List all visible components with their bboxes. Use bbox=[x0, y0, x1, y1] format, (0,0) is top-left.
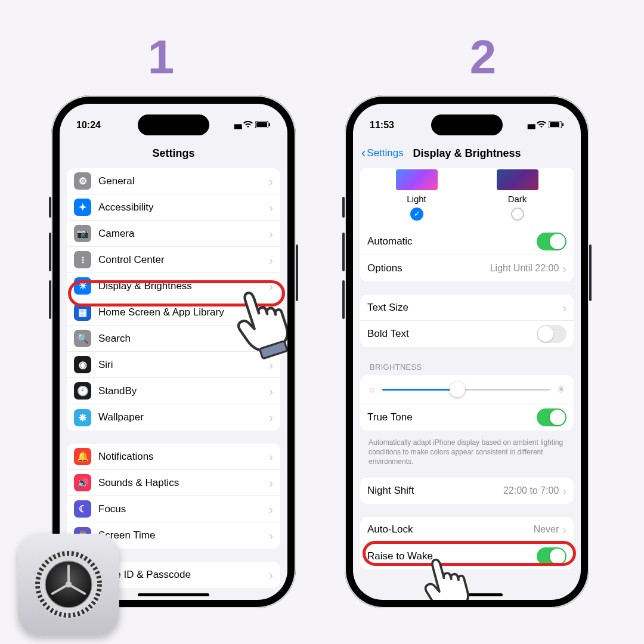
raise-to-wake-toggle[interactable] bbox=[537, 547, 566, 565]
row-notifications[interactable]: 🔔Notifications› bbox=[67, 444, 280, 470]
row-label: Sounds & Haptics bbox=[98, 477, 269, 489]
appearance-light[interactable]: Light bbox=[396, 169, 438, 222]
chevron-right-icon: › bbox=[269, 202, 273, 213]
status-icons bbox=[527, 120, 564, 130]
back-label: Settings bbox=[367, 147, 403, 159]
chevron-right-icon: › bbox=[269, 411, 273, 423]
row-sounds[interactable]: 🔊Sounds & Haptics› bbox=[67, 470, 280, 496]
home-indicator[interactable] bbox=[138, 593, 209, 596]
brightness-header: BRIGHTNESS bbox=[360, 360, 574, 375]
chevron-right-icon: › bbox=[269, 451, 273, 463]
search-icon: 🔍 bbox=[74, 330, 91, 347]
step-2-number: 2 bbox=[470, 30, 497, 85]
battery-icon bbox=[255, 120, 271, 130]
page-title: Display & Brightness bbox=[413, 147, 521, 160]
text-size-label: Text Size bbox=[367, 302, 562, 314]
row-label: Face ID & Passcode bbox=[98, 569, 269, 581]
chevron-right-icon: › bbox=[269, 175, 273, 187]
row-label: General bbox=[98, 175, 269, 187]
row-wallpaper[interactable]: ❋Wallpaper› bbox=[67, 404, 280, 431]
brightness-icon: ☀ bbox=[74, 277, 91, 295]
sounds-icon: 🔊 bbox=[74, 474, 91, 491]
night-shift-group: Night Shift 22:00 to 7:00 › bbox=[360, 478, 574, 504]
automatic-row[interactable]: Automatic bbox=[360, 228, 574, 255]
row-camera[interactable]: 📷Camera› bbox=[67, 221, 280, 247]
dark-radio[interactable] bbox=[511, 208, 524, 221]
status-icons bbox=[234, 120, 271, 130]
row-accessibility[interactable]: ✦Accessibility› bbox=[67, 194, 280, 221]
screen-1: 10:24 Settings ⚙General›✦Accessibility›📷… bbox=[60, 104, 287, 600]
bold-text-row[interactable]: Bold Text bbox=[360, 321, 574, 347]
svg-rect-5 bbox=[550, 122, 559, 127]
notifications-icon: 🔔 bbox=[74, 448, 91, 465]
focus-icon: ☾ bbox=[74, 500, 91, 518]
bold-text-toggle[interactable] bbox=[537, 325, 566, 343]
nav-header: ‹ Settings Display & Brightness bbox=[353, 138, 581, 168]
signal-icon bbox=[527, 120, 534, 130]
siri-icon: ◉ bbox=[74, 356, 91, 373]
light-radio[interactable] bbox=[410, 208, 423, 221]
row-label: Notifications bbox=[98, 451, 269, 463]
chevron-right-icon: › bbox=[269, 503, 273, 515]
battery-icon bbox=[549, 120, 564, 130]
iphone-frame-2: 11:53 ‹ Settings Display & Brightness bbox=[345, 95, 589, 608]
hand-cursor-1 bbox=[227, 284, 287, 362]
dynamic-island bbox=[138, 114, 209, 135]
row-standby[interactable]: 🕘StandBy› bbox=[67, 378, 280, 404]
automatic-toggle[interactable] bbox=[537, 233, 566, 250]
svg-rect-2 bbox=[269, 123, 270, 126]
display-brightness-content[interactable]: Light Dark Automatic Options Light Unti bbox=[353, 168, 581, 600]
night-shift-detail: 22:00 to 7:00 bbox=[503, 485, 559, 496]
night-shift-row[interactable]: Night Shift 22:00 to 7:00 › bbox=[360, 478, 574, 504]
options-label: Options bbox=[367, 262, 490, 274]
row-label: Focus bbox=[98, 503, 269, 515]
true-tone-toggle[interactable] bbox=[537, 408, 566, 426]
options-row[interactable]: Options Light Until 22:00 › bbox=[360, 255, 574, 281]
row-label: StandBy bbox=[98, 385, 269, 397]
svg-point-15 bbox=[66, 581, 72, 587]
status-time: 10:24 bbox=[76, 120, 101, 131]
chevron-right-icon: › bbox=[269, 569, 273, 581]
step-numbers: 1 2 bbox=[0, 30, 644, 85]
wifi-icon bbox=[537, 120, 546, 130]
row-focus[interactable]: ☾Focus› bbox=[67, 496, 280, 522]
wallpaper-icon: ❋ bbox=[74, 409, 91, 426]
camera-icon: 📷 bbox=[74, 225, 91, 242]
chevron-right-icon: › bbox=[269, 477, 273, 489]
chevron-right-icon: › bbox=[269, 254, 273, 266]
row-gear[interactable]: ⚙General› bbox=[67, 168, 280, 194]
auto-lock-row[interactable]: Auto-Lock Never › bbox=[360, 517, 574, 543]
page-title: Settings bbox=[152, 147, 194, 160]
iphone-frame-1: 10:24 Settings ⚙General›✦Accessibility›📷… bbox=[51, 95, 296, 608]
svg-rect-1 bbox=[256, 122, 267, 127]
status-time: 11:53 bbox=[370, 120, 394, 131]
text-size-row[interactable]: Text Size › bbox=[360, 295, 574, 321]
light-label: Light bbox=[396, 194, 438, 204]
auto-lock-detail: Never bbox=[534, 524, 559, 535]
dynamic-island bbox=[431, 114, 503, 135]
appearance-dark[interactable]: Dark bbox=[497, 169, 538, 222]
standby-icon: 🕘 bbox=[74, 382, 91, 400]
wifi-icon bbox=[243, 120, 253, 130]
screen-2: 11:53 ‹ Settings Display & Brightness bbox=[353, 104, 581, 600]
text-group: Text Size › Bold Text bbox=[360, 295, 574, 347]
true-tone-row[interactable]: True Tone bbox=[360, 404, 574, 431]
brightness-slider-row[interactable]: ☼ ☀ bbox=[360, 375, 574, 404]
row-label: Accessibility bbox=[98, 202, 269, 213]
dark-label: Dark bbox=[497, 194, 538, 204]
hand-cursor-2 bbox=[416, 548, 472, 600]
bold-text-label: Bold Text bbox=[367, 328, 537, 340]
row-label: Camera bbox=[98, 228, 269, 240]
nav-header: Settings bbox=[60, 138, 287, 168]
light-preview bbox=[396, 169, 438, 190]
row-switches[interactable]: ⫶Control Center› bbox=[67, 247, 280, 273]
chevron-right-icon: › bbox=[562, 302, 566, 314]
night-shift-label: Night Shift bbox=[367, 485, 503, 497]
back-button[interactable]: ‹ Settings bbox=[361, 145, 404, 161]
appearance-group: Light Dark Automatic Options Light Unti bbox=[360, 168, 574, 281]
brightness-slider[interactable] bbox=[382, 389, 550, 391]
switches-icon: ⫶ bbox=[74, 251, 91, 268]
gear-icon: ⚙ bbox=[74, 172, 91, 190]
step-1-number: 1 bbox=[148, 30, 175, 85]
automatic-label: Automatic bbox=[367, 236, 537, 247]
